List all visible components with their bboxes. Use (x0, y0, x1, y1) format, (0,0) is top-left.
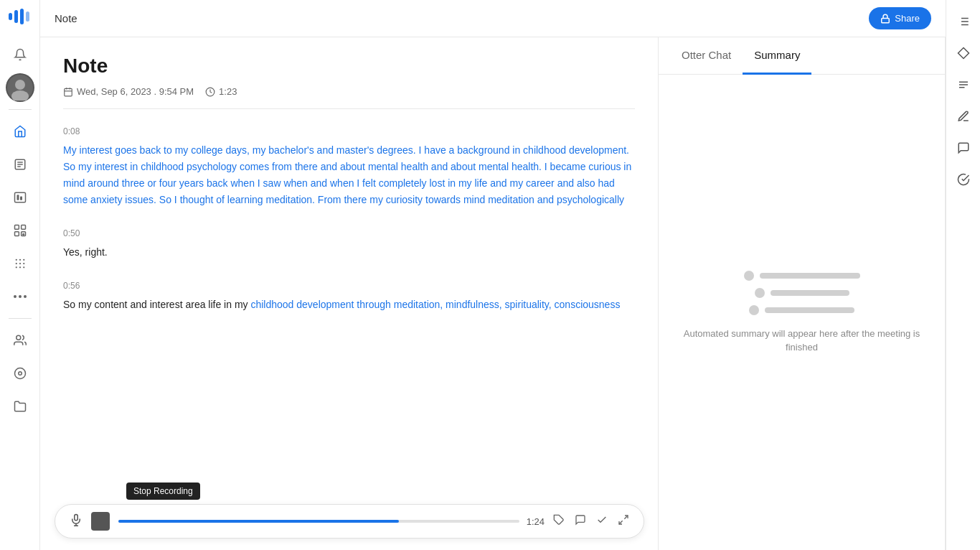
right-panel: Otter Chat Summary (659, 37, 946, 550)
placeholder-line-2 (755, 288, 849, 298)
note-date: Wed, Sep 6, 2023 . 9:54 PM (63, 86, 194, 97)
svg-rect-12 (17, 195, 19, 200)
placeholder-dot-2 (755, 288, 765, 298)
svg-rect-0 (9, 13, 12, 20)
bell-icon[interactable] (6, 40, 34, 69)
chat-icon[interactable] (951, 135, 976, 161)
svg-point-25 (23, 263, 24, 264)
transcript-block-3: 0:56 So my content and interest area lif… (63, 281, 635, 313)
pen-icon[interactable] (951, 103, 976, 129)
sidebar-item-folders[interactable] (6, 392, 34, 421)
stop-recording-tooltip: Stop Recording (126, 483, 200, 500)
note-duration-text: 1:23 (219, 86, 237, 97)
sidebar-item-apps[interactable] (6, 249, 34, 278)
placeholder-line-1 (744, 271, 860, 281)
transcript-highlight-1: My interest goes back to my college days… (63, 144, 631, 205)
svg-rect-3 (26, 11, 29, 22)
placeholder-dot-3 (749, 305, 759, 315)
transcript-time-1: 0:08 (63, 126, 635, 136)
user-avatar[interactable] (6, 73, 34, 102)
svg-line-46 (619, 521, 623, 524)
share-label: Share (895, 13, 920, 24)
svg-point-30 (19, 295, 22, 298)
placeholder-rect-1 (760, 273, 860, 279)
note-meta: Wed, Sep 6, 2023 . 9:54 PM 1:23 (63, 86, 635, 109)
recording-controls: 1:24 (55, 504, 644, 539)
comment-icon[interactable] (575, 514, 586, 529)
transcript-highlight-3: childhood development through meditation… (250, 299, 620, 310)
svg-point-32 (16, 335, 20, 340)
playback-actions (553, 514, 629, 529)
note-date-text: Wed, Sep 6, 2023 . 9:54 PM (77, 86, 194, 97)
topbar: Note Share (40, 0, 946, 37)
summary-content: Automated summary will appear here after… (659, 75, 945, 550)
svg-rect-16 (14, 232, 19, 236)
tag-icon[interactable] (553, 514, 565, 529)
svg-rect-2 (20, 9, 24, 24)
sidebar-divider-2 (9, 318, 32, 319)
clock-icon (205, 87, 215, 97)
svg-point-29 (14, 295, 17, 298)
share-button[interactable]: Share (869, 7, 931, 29)
lock-icon (880, 14, 890, 24)
sidebar-divider-1 (9, 109, 32, 110)
svg-point-22 (23, 259, 24, 261)
svg-rect-35 (882, 18, 890, 22)
svg-rect-36 (65, 88, 72, 95)
svg-point-24 (19, 263, 20, 264)
expand-icon[interactable] (618, 514, 629, 529)
text-format-icon[interactable] (951, 72, 976, 98)
main-content: Note Share Note Wed, Sep 6, 2023 . 9:54 … (40, 0, 946, 550)
svg-rect-41 (75, 515, 78, 521)
page-title: Note (55, 12, 869, 24)
sidebar-item-more[interactable] (6, 282, 34, 311)
calendar-icon (63, 87, 73, 97)
summary-empty-message: Automated summary will appear here after… (682, 327, 922, 355)
svg-point-23 (15, 263, 17, 264)
transcript-text-2[interactable]: Yes, right. (63, 244, 635, 261)
note-area: Note Wed, Sep 6, 2023 . 9:54 PM 1:23 0:0… (40, 37, 946, 550)
transcript-block-2: 0:50 Yes, right. (63, 228, 635, 261)
note-panel[interactable]: Note Wed, Sep 6, 2023 . 9:54 PM 1:23 0:0… (40, 37, 659, 550)
svg-point-20 (15, 259, 17, 261)
check-circle-icon[interactable] (951, 167, 976, 192)
svg-rect-15 (21, 225, 25, 230)
sidebar-item-audio[interactable] (6, 359, 34, 388)
transcript-text-1[interactable]: My interest goes back to my college days… (63, 142, 635, 208)
svg-point-28 (23, 266, 24, 268)
svg-line-45 (624, 516, 628, 519)
logo[interactable] (9, 9, 32, 29)
stop-recording-button[interactable] (91, 512, 110, 531)
transcript-block-1: 0:08 My interest goes back to my college… (63, 126, 635, 208)
sidebar-item-contacts[interactable] (6, 326, 34, 355)
sidebar (0, 0, 40, 550)
tab-otter-chat[interactable]: Otter Chat (670, 37, 743, 75)
placeholder-rect-2 (771, 290, 849, 296)
tab-bar: Otter Chat Summary (659, 37, 945, 75)
svg-point-21 (19, 259, 20, 261)
sidebar-item-home[interactable] (6, 117, 34, 146)
svg-rect-14 (14, 225, 19, 230)
placeholder-line-3 (749, 305, 854, 315)
svg-rect-1 (14, 10, 18, 23)
sidebar-item-add-widget[interactable] (6, 216, 34, 245)
note-duration: 1:23 (205, 86, 237, 97)
svg-rect-13 (20, 197, 22, 200)
playback-time: 1:24 (527, 516, 545, 527)
progress-bar (118, 520, 519, 523)
svg-marker-53 (958, 48, 969, 59)
tab-summary[interactable]: Summary (743, 37, 811, 75)
list-icon[interactable] (951, 9, 976, 34)
sidebar-item-notes[interactable] (6, 150, 34, 179)
sidebar-item-records[interactable] (6, 183, 34, 212)
progress-wrapper: 1:24 (118, 516, 545, 527)
checkmark-icon[interactable] (596, 514, 608, 529)
diamond-icon[interactable] (951, 40, 976, 66)
note-title: Note (63, 55, 635, 78)
svg-point-27 (19, 266, 20, 268)
transcript-time-2: 0:50 (63, 228, 635, 238)
svg-point-26 (15, 266, 17, 268)
progress-fill (118, 520, 399, 523)
transcript-text-3[interactable]: So my content and interest area life in … (63, 297, 635, 313)
microphone-icon[interactable] (70, 513, 83, 529)
